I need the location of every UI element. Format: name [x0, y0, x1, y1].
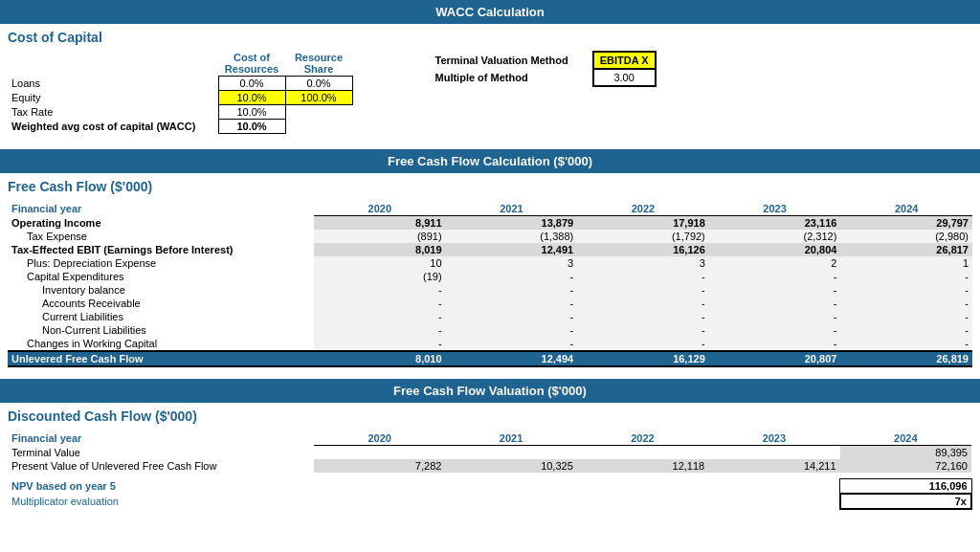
cl-2023: - — [709, 310, 841, 323]
wacc-section-header: WACC Calculation — [0, 0, 980, 24]
dcf-terminal-row: Terminal Value 89,395 — [8, 446, 971, 460]
dcf-year-2024: 2024 — [840, 431, 971, 446]
cl-label: Current Liabilities — [8, 310, 314, 323]
wacc-value[interactable]: 10.0% — [218, 120, 285, 134]
dcf-pv-row: Present Value of Unlevered Free Cash Flo… — [8, 459, 971, 473]
ncl-2021: - — [446, 323, 578, 337]
table-row: Weighted avg cost of capital (WACC) 10.0… — [8, 120, 352, 134]
dcf-npv-row: NPV based on year 5 116,096 — [8, 478, 971, 494]
multiple-method-value[interactable]: 3.00 — [593, 69, 656, 86]
mult-label: Multiplicator evaluation — [8, 494, 314, 509]
tv-2022 — [577, 446, 708, 460]
table-row: Equity 10.0% 100.0% — [8, 91, 352, 105]
ncl-2024: - — [840, 323, 972, 337]
equity-cost[interactable]: 10.0% — [218, 91, 285, 105]
table-row: Loans 0.0% 0.0% — [8, 77, 352, 91]
tax-rate-value[interactable]: 10.0% — [218, 105, 285, 120]
dcf-year-2020: 2020 — [314, 431, 445, 446]
year-2022: 2022 — [577, 202, 709, 216]
terminal-method-table: Terminal Valuation Method EBITDA X Multi… — [430, 51, 657, 87]
wc-2021: - — [446, 337, 578, 351]
fcf-row-label: Financial year — [8, 202, 314, 216]
wacc-left-panel: Cost ofResources ResourceShare Loans 0.0… — [8, 51, 353, 134]
ar-2021: - — [446, 297, 578, 310]
wacc-content: Cost ofResources ResourceShare Loans 0.0… — [0, 47, 980, 142]
ufcf-2024: 26,819 — [840, 351, 972, 366]
fcf-title: Free Cash Flow Calculation ($'000) — [388, 154, 592, 168]
inv-2021: - — [446, 283, 578, 297]
ncl-2020: - — [314, 323, 446, 337]
te-2021: (1,388) — [446, 230, 578, 243]
fcf-wc-row: Changes in Working Capital - - - - - — [8, 337, 972, 351]
equity-share[interactable]: 100.0% — [285, 91, 352, 105]
capex-2023: - — [709, 270, 841, 283]
pv-2022: 12,118 — [577, 459, 708, 473]
cl-2021: - — [446, 310, 578, 323]
ar-label: Accounts Receivable — [8, 297, 314, 310]
operating-income-label: Operating Income — [8, 216, 314, 231]
fcf-capex-row: Capital Expenditures (19) - - - - — [8, 270, 972, 283]
fcf-content: Financial year 2020 2021 2022 2023 2024 … — [0, 196, 980, 371]
cl-2022: - — [577, 310, 709, 323]
ebit-2024: 26,817 — [840, 243, 972, 256]
ufcf-label: Unlevered Free Cash Flow — [8, 351, 314, 366]
dcf-table: Financial year 2020 2021 2022 2023 2024 … — [8, 431, 972, 510]
oi-2022: 17,918 — [577, 216, 709, 231]
dep-2024: 1 — [840, 256, 972, 270]
ebit-2023: 20,804 — [709, 243, 841, 256]
dcf-year-2022: 2022 — [577, 431, 708, 446]
table-row: Terminal Valuation Method EBITDA X — [430, 52, 656, 69]
loans-share[interactable]: 0.0% — [285, 77, 352, 91]
year-2021: 2021 — [446, 202, 578, 216]
fcf-ar-row: Accounts Receivable - - - - - — [8, 297, 972, 310]
inv-2022: - — [577, 283, 709, 297]
ncl-label: Non-Current Liabilities — [8, 323, 314, 337]
inv-2024: - — [840, 283, 972, 297]
terminal-method-label: Terminal Valuation Method — [430, 52, 574, 69]
te-2023: (2,312) — [709, 230, 841, 243]
capex-label: Capital Expenditures — [8, 270, 314, 283]
wacc-table: Cost ofResources ResourceShare Loans 0.0… — [8, 51, 353, 134]
fcf-subheader: Free Cash Flow ($'000) — [0, 173, 980, 196]
tv-2021 — [445, 446, 576, 460]
te-2020: (891) — [314, 230, 446, 243]
te-2022: (1,792) — [577, 230, 709, 243]
dep-2022: 3 — [577, 256, 709, 270]
inv-2020: - — [314, 283, 446, 297]
wacc-title: WACC Calculation — [435, 5, 544, 19]
loans-cost[interactable]: 0.0% — [218, 77, 285, 91]
dep-2023: 2 — [709, 256, 841, 270]
ncl-2023: - — [709, 323, 841, 337]
col-header-share: ResourceShare — [285, 51, 352, 77]
fcf-cl-row: Current Liabilities - - - - - — [8, 310, 972, 323]
dcf-subheader: Discounted Cash Flow ($'000) — [0, 403, 980, 426]
fcf-total-row: Unlevered Free Cash Flow 8,010 12,494 16… — [8, 351, 972, 366]
dep-2020: 10 — [314, 256, 446, 270]
ebit-label: Tax-Effected EBIT (Earnings Before Inter… — [8, 243, 314, 256]
pv-2021: 10,325 — [445, 459, 576, 473]
ufcf-2023: 20,807 — [709, 351, 841, 366]
dep-2021: 3 — [446, 256, 578, 270]
ebit-2021: 12,491 — [446, 243, 578, 256]
ar-2023: - — [709, 297, 841, 310]
col-header-cost: Cost ofResources — [218, 51, 285, 77]
year-2023: 2023 — [709, 202, 841, 216]
capex-2021: - — [446, 270, 578, 283]
wc-2022: - — [577, 337, 709, 351]
terminal-method-value[interactable]: EBITDA X — [593, 52, 656, 69]
fcf-ncl-row: Non-Current Liabilities - - - - - — [8, 323, 972, 337]
table-row: Tax Rate 10.0% — [8, 105, 352, 120]
capex-2020: (19) — [314, 270, 446, 283]
depreciation-label: Plus: Depreciation Expense — [8, 256, 314, 270]
ebit-2022: 16,126 — [577, 243, 709, 256]
dcf-mult-row: Multiplicator evaluation 7x — [8, 494, 971, 509]
wacc-right-panel: Terminal Valuation Method EBITDA X Multi… — [430, 51, 657, 87]
tv-2024: 89,395 — [840, 446, 971, 460]
te-2024: (2,980) — [840, 230, 972, 243]
oi-2024: 29,797 — [840, 216, 972, 231]
wc-label: Changes in Working Capital — [8, 337, 314, 351]
ar-2022: - — [577, 297, 709, 310]
year-2020: 2020 — [314, 202, 446, 216]
oi-2021: 13,879 — [446, 216, 578, 231]
dcf-section-header: Free Cash Flow Valuation ($'000) — [0, 379, 980, 403]
